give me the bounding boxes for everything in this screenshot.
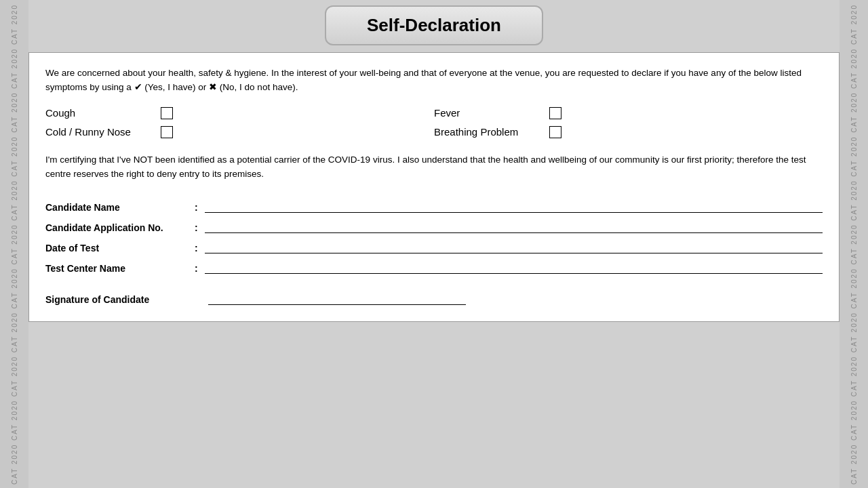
symptom-cold: Cold / Runny Nose: [45, 126, 434, 138]
test-center-line: [205, 262, 823, 274]
test-center-colon: :: [195, 263, 198, 274]
watermark-right: CAT 2020 CAT 2020 CAT 2020 CAT 2020 CAT …: [840, 0, 868, 488]
application-no-colon: :: [195, 222, 198, 233]
test-center-label: Test Center Name: [45, 263, 195, 274]
candidate-name-label: Candidate Name: [45, 202, 195, 213]
date-of-test-colon: :: [195, 243, 198, 253]
symptom-fever: Fever: [434, 107, 823, 119]
application-no-line: [205, 221, 823, 233]
symptom-breathing-label: Breathing Problem: [434, 126, 542, 138]
signature-label: Signature of Candidate: [45, 294, 195, 305]
symptom-fever-checkbox[interactable]: [549, 107, 561, 119]
symptoms-row-2: Cold / Runny Nose Breathing Problem: [45, 126, 823, 138]
symptom-fever-label: Fever: [434, 107, 542, 119]
field-row-candidate-name: Candidate Name :: [45, 201, 823, 213]
symptom-cough-checkbox[interactable]: [161, 107, 173, 119]
watermark-left: CAT 2020 CAT 2020 CAT 2020 CAT 2020 CAT …: [0, 0, 28, 488]
page-title: Self-Declaration: [367, 15, 501, 35]
form-container: We are concerned about your health, safe…: [28, 52, 840, 322]
candidate-name-colon: :: [195, 202, 198, 213]
application-no-label: Candidate Application No.: [45, 222, 195, 233]
intro-text: We are concerned about your health, safe…: [45, 66, 823, 95]
date-of-test-label: Date of Test: [45, 243, 195, 253]
symptom-cold-checkbox[interactable]: [161, 126, 173, 138]
symptom-breathing-checkbox[interactable]: [549, 126, 561, 138]
symptom-cold-label: Cold / Runny Nose: [45, 126, 154, 138]
symptom-cough: Cough: [45, 107, 434, 119]
field-row-application-no: Candidate Application No. :: [45, 221, 823, 233]
signature-section: Signature of Candidate: [45, 293, 823, 305]
candidate-name-line: [205, 201, 823, 213]
fields-section: Candidate Name : Candidate Application N…: [45, 201, 823, 274]
symptom-cough-label: Cough: [45, 107, 154, 119]
signature-line: [208, 293, 466, 305]
field-row-test-center: Test Center Name :: [45, 262, 823, 274]
symptom-breathing: Breathing Problem: [434, 126, 823, 138]
certification-text: I'm certifying that I've NOT been identi…: [45, 153, 823, 182]
symptoms-section: Cough Fever Cold / Runny Nose Breathing …: [45, 107, 823, 138]
date-of-test-line: [205, 241, 823, 253]
title-box: Self-Declaration: [325, 5, 543, 45]
field-row-date-of-test: Date of Test :: [45, 241, 823, 253]
symptoms-row-1: Cough Fever: [45, 107, 823, 119]
